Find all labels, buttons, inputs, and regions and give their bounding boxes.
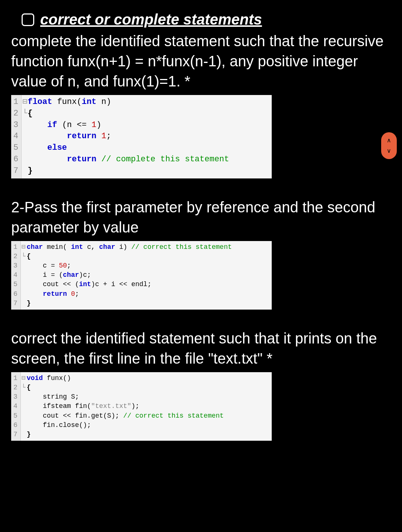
question-3-text: correct the identified statement such th…	[11, 328, 391, 368]
line-gutter: 1234567	[11, 241, 21, 310]
chevron-down-icon[interactable]: ∨	[387, 148, 391, 154]
code-lines: void funx() { string S; ifsteam fin("tex…	[26, 372, 272, 441]
code-block-1: 1234567 ⊟└ float funx(int n) { if (n <= …	[11, 95, 272, 178]
question-header: correct or complete statements	[11, 11, 391, 28]
code-block-3: 1234567 ⊟└ void funx() { string S; ifste…	[11, 372, 272, 441]
scroll-control[interactable]: ∧ ∨	[381, 132, 397, 159]
code-lines: char mein( int c, char i) // correct thi…	[26, 241, 272, 310]
fold-column: ⊟└	[21, 372, 26, 441]
line-gutter: 1234567	[11, 372, 21, 441]
line-gutter: 1234567	[11, 95, 22, 178]
chevron-up-icon[interactable]: ∧	[387, 137, 391, 143]
code-block-2: 1234567 ⊟└ char mein( int c, char i) // …	[11, 241, 272, 310]
section-title: correct or complete statements	[40, 11, 262, 28]
question-2-text: 2-Pass the first parameter by reference …	[11, 197, 391, 237]
question-1-text: complete the identified statement such t…	[11, 31, 391, 91]
fold-column: ⊟└	[21, 241, 26, 310]
code-lines: float funx(int n) { if (n <= 1) return 1…	[27, 95, 272, 178]
checkbox-icon[interactable]	[22, 13, 34, 26]
fold-column: ⊟└	[22, 95, 27, 178]
